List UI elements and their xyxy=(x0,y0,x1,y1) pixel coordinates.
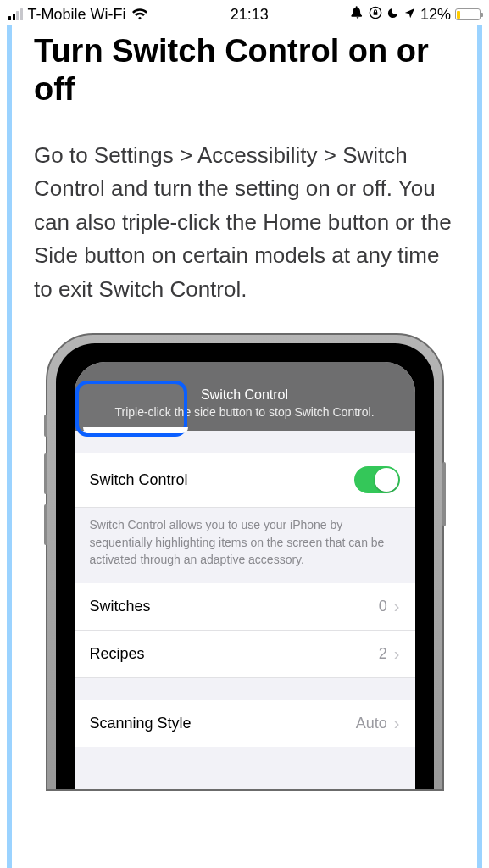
moon-icon xyxy=(386,6,399,24)
switch-control-toggle-row[interactable]: Switch Control xyxy=(75,453,415,508)
iphone-mockup: Switch Control Triple-click the side but… xyxy=(46,333,444,791)
volume-up-button xyxy=(44,453,47,494)
recipes-row[interactable]: Recipes 2 › xyxy=(75,631,415,678)
status-time: 21:13 xyxy=(231,6,269,24)
row-label: Scanning Style xyxy=(90,715,192,732)
scanning-style-row[interactable]: Scanning Style Auto › xyxy=(75,700,415,747)
row-value: Auto xyxy=(356,715,387,732)
row-value: 2 xyxy=(379,645,387,663)
mute-switch xyxy=(44,415,47,437)
signal-icon xyxy=(8,8,23,20)
switch-control-overlay: Switch Control Triple-click the side but… xyxy=(75,362,415,431)
row-value: 0 xyxy=(379,598,387,615)
status-left: T-Mobile Wi-Fi xyxy=(8,6,148,24)
battery-percent: 12% xyxy=(420,6,451,24)
chevron-right-icon: › xyxy=(394,714,400,733)
phone-bezel: Switch Control Triple-click the side but… xyxy=(56,343,434,789)
page-title: Turn Switch Control on or off xyxy=(34,32,455,108)
side-button xyxy=(442,462,446,526)
battery-icon xyxy=(455,8,481,20)
status-bar: T-Mobile Wi-Fi 21:13 12% xyxy=(0,0,489,25)
switch-control-toggle[interactable] xyxy=(354,466,400,493)
section-gap xyxy=(75,678,415,700)
wifi-icon xyxy=(131,8,148,21)
location-icon xyxy=(403,6,416,24)
chevron-right-icon: › xyxy=(394,597,400,616)
article-body: Turn Switch Control on or off Go to Sett… xyxy=(7,25,482,868)
row-label: Switches xyxy=(90,598,151,615)
phone-frame: Switch Control Triple-click the side but… xyxy=(46,333,444,791)
status-right: 12% xyxy=(351,6,481,24)
alarm-icon xyxy=(351,6,364,24)
chevron-right-icon: › xyxy=(394,644,400,664)
volume-down-button xyxy=(44,504,47,545)
toggle-footer-note: Switch Control allows you to use your iP… xyxy=(75,508,415,583)
row-label: Recipes xyxy=(90,645,145,663)
switches-row[interactable]: Switches 0 › xyxy=(75,583,415,631)
orientation-lock-icon xyxy=(369,6,382,24)
toggle-label: Switch Control xyxy=(90,471,188,489)
article-paragraph: Go to Settings > Accessibility > Switch … xyxy=(34,139,455,307)
phone-screen: Switch Control Triple-click the side but… xyxy=(75,362,415,789)
carrier-label: T-Mobile Wi-Fi xyxy=(28,6,126,24)
scan-highlight xyxy=(75,381,187,437)
